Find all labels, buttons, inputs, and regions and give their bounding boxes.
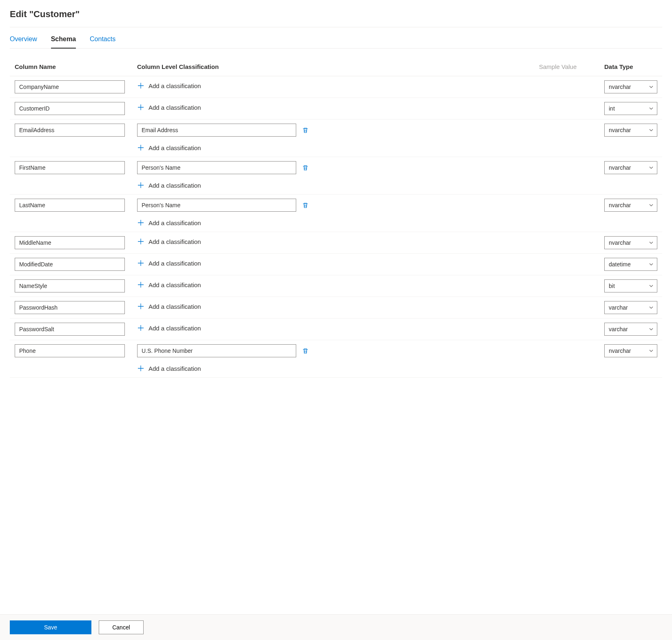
data-type-select[interactable]: int: [604, 102, 657, 115]
trash-icon[interactable]: [301, 126, 310, 135]
chevron-down-icon: [649, 84, 654, 89]
column-name-input[interactable]: [15, 236, 125, 249]
plus-icon: [137, 281, 144, 288]
data-type-select[interactable]: nvarchar: [604, 236, 657, 249]
table-row: Add a classificationvarchar: [10, 297, 662, 319]
data-type-select[interactable]: bit: [604, 279, 657, 292]
data-type-value: varchar: [609, 326, 628, 332]
data-type-select[interactable]: varchar: [604, 323, 657, 336]
column-name-input[interactable]: [15, 344, 125, 357]
table-row: Person's NameAdd a classificationnvarcha…: [10, 195, 662, 232]
plus-icon: [137, 365, 144, 372]
plus-icon: [137, 219, 144, 226]
data-type-select[interactable]: datetime: [604, 258, 657, 271]
column-name-input[interactable]: [15, 279, 125, 292]
add-classification-button[interactable]: Add a classification: [137, 258, 201, 267]
chevron-down-icon: [649, 106, 654, 111]
data-type-select[interactable]: nvarchar: [604, 344, 657, 357]
header-data-type: Data Type: [599, 59, 662, 76]
classification-input[interactable]: Email Address: [137, 124, 296, 137]
data-type-value: varchar: [609, 304, 628, 311]
sample-value-cell: [534, 120, 599, 157]
trash-icon[interactable]: [301, 164, 310, 172]
data-type-value: nvarchar: [609, 348, 631, 354]
chevron-down-icon: [649, 128, 654, 133]
header-column-name: Column Name: [10, 59, 132, 76]
tabs: OverviewSchemaContacts: [10, 27, 662, 49]
chevron-down-icon: [649, 327, 654, 332]
data-type-value: nvarchar: [609, 127, 631, 133]
column-name-input[interactable]: [15, 80, 125, 93]
tab-schema[interactable]: Schema: [51, 35, 76, 49]
trash-icon[interactable]: [301, 347, 310, 355]
add-classification-label: Add a classification: [149, 182, 201, 189]
table-row: Add a classificationnvarchar: [10, 76, 662, 98]
add-classification-button[interactable]: Add a classification: [137, 363, 201, 372]
tab-overview[interactable]: Overview: [10, 35, 37, 49]
add-classification-button[interactable]: Add a classification: [137, 323, 201, 332]
chevron-down-icon: [649, 348, 654, 353]
add-classification-button[interactable]: Add a classification: [137, 279, 201, 288]
column-name-input[interactable]: [15, 301, 125, 314]
add-classification-label: Add a classification: [149, 303, 201, 310]
table-row: Add a classificationnvarchar: [10, 232, 662, 254]
table-row: Add a classificationint: [10, 98, 662, 120]
data-type-select[interactable]: varchar: [604, 301, 657, 314]
sample-value-cell: [534, 297, 599, 319]
add-classification-button[interactable]: Add a classification: [137, 180, 201, 189]
sample-value-cell: [534, 319, 599, 340]
table-row: Person's NameAdd a classificationnvarcha…: [10, 157, 662, 195]
add-classification-button[interactable]: Add a classification: [137, 236, 201, 245]
add-classification-label: Add a classification: [149, 365, 201, 372]
header-sample-value: Sample Value: [534, 59, 599, 76]
chevron-down-icon: [649, 240, 654, 245]
data-type-value: bit: [609, 283, 615, 289]
column-name-input[interactable]: [15, 323, 125, 336]
add-classification-label: Add a classification: [149, 104, 201, 111]
data-type-value: nvarchar: [609, 164, 631, 171]
sample-value-cell: [534, 254, 599, 275]
add-classification-button[interactable]: Add a classification: [137, 301, 201, 310]
chevron-down-icon: [649, 262, 654, 267]
sample-value-cell: [534, 232, 599, 254]
sample-value-cell: [534, 275, 599, 297]
data-type-value: datetime: [609, 261, 631, 268]
classification-input[interactable]: Person's Name: [137, 199, 296, 212]
classification-input[interactable]: Person's Name: [137, 161, 296, 174]
sample-value-cell: [534, 195, 599, 232]
plus-icon: [137, 259, 144, 267]
data-type-select[interactable]: nvarchar: [604, 124, 657, 137]
add-classification-label: Add a classification: [149, 82, 201, 89]
add-classification-button[interactable]: Add a classification: [137, 142, 201, 151]
data-type-value: int: [609, 105, 615, 112]
data-type-select[interactable]: nvarchar: [604, 199, 657, 212]
column-name-input[interactable]: [15, 161, 125, 174]
sample-value-cell: [534, 98, 599, 120]
data-type-value: nvarchar: [609, 84, 631, 90]
chevron-down-icon: [649, 283, 654, 288]
data-type-value: nvarchar: [609, 202, 631, 208]
sample-value-cell: [534, 157, 599, 195]
table-row: Email AddressAdd a classificationnvarcha…: [10, 120, 662, 157]
trash-icon[interactable]: [301, 201, 310, 210]
tab-contacts[interactable]: Contacts: [90, 35, 115, 49]
table-row: Add a classificationdatetime: [10, 254, 662, 275]
table-row: U.S. Phone NumberAdd a classificationnva…: [10, 340, 662, 378]
schema-table: Column Name Column Level Classification …: [10, 59, 662, 378]
add-classification-button[interactable]: Add a classification: [137, 102, 201, 111]
add-classification-label: Add a classification: [149, 281, 201, 288]
add-classification-label: Add a classification: [149, 325, 201, 332]
chevron-down-icon: [649, 165, 654, 170]
column-name-input[interactable]: [15, 102, 125, 115]
column-name-input[interactable]: [15, 124, 125, 137]
classification-input[interactable]: U.S. Phone Number: [137, 344, 296, 357]
chevron-down-icon: [649, 305, 654, 310]
data-type-select[interactable]: nvarchar: [604, 161, 657, 174]
add-classification-button[interactable]: Add a classification: [137, 217, 201, 226]
add-classification-label: Add a classification: [149, 219, 201, 226]
column-name-input[interactable]: [15, 199, 125, 212]
column-name-input[interactable]: [15, 258, 125, 271]
add-classification-button[interactable]: Add a classification: [137, 80, 201, 89]
plus-icon: [137, 144, 144, 151]
data-type-select[interactable]: nvarchar: [604, 80, 657, 93]
